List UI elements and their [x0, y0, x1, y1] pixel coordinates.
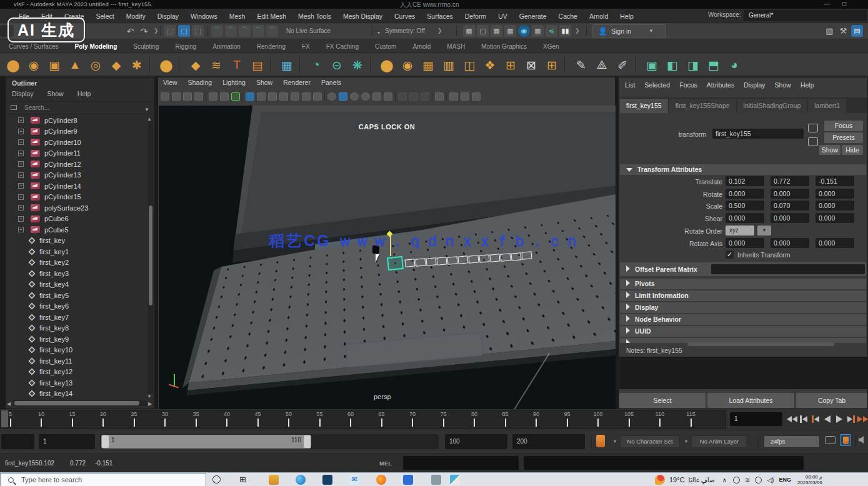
viewport-toolbar-icon[interactable] — [209, 92, 217, 101]
select-hierarchy-icon[interactable]: ⬚ — [192, 25, 204, 37]
shelf-tab[interactable]: FX — [302, 43, 310, 50]
hypershade-icon[interactable]: ◉ — [518, 25, 530, 37]
modeling-toolkit-icon[interactable]: ▧ — [824, 25, 836, 37]
viewport-menu-item[interactable]: Panels — [321, 79, 341, 86]
settings-icon[interactable] — [755, 477, 762, 484]
outliner-item[interactable]: + first_key12 — [7, 367, 146, 378]
outliner-item[interactable]: + pCube5 — [7, 224, 146, 236]
smooth-target-icon[interactable]: ⊝ — [327, 56, 346, 74]
menu-item[interactable]: Surfaces — [427, 12, 452, 20]
select-component-icon[interactable]: ⬚ — [178, 25, 190, 37]
poly-disc-icon[interactable]: ✱ — [127, 56, 146, 74]
outliner-item[interactable]: + first_key14 — [7, 389, 146, 400]
poly-cone-icon[interactable]: ▲ — [66, 56, 84, 74]
expand-icon[interactable]: + — [18, 227, 24, 232]
ae-menu-item[interactable]: Attributes — [707, 81, 734, 89]
light-editor-icon[interactable]: ▦ — [532, 25, 544, 37]
hscroll-thumb[interactable] — [14, 401, 139, 405]
ae-menu-item[interactable]: Selected — [644, 81, 670, 89]
poly-sphere-icon[interactable]: ⬤ — [4, 56, 22, 74]
expand-icon[interactable]: + — [18, 151, 24, 156]
playback-end-field[interactable]: 200 — [512, 434, 585, 449]
outliner-item[interactable]: + pCylinder9 — [7, 126, 146, 137]
ipr-render-icon[interactable]: ▦ — [491, 25, 502, 37]
rotate-order-dropdown[interactable]: xyz — [726, 226, 754, 236]
outliner-menu-item[interactable]: Show — [47, 90, 63, 97]
value-field-z[interactable]: 0.000 — [816, 189, 854, 199]
outliner-search[interactable]: Search... ▼ — [6, 101, 154, 114]
hide-button[interactable]: Hide — [842, 145, 863, 155]
viewport-toolbar-icon[interactable] — [206, 92, 206, 101]
shelf-tab[interactable]: Curves / Surfaces — [9, 43, 58, 50]
symmetry-dropdown-icon[interactable]: ▾ — [377, 30, 380, 36]
notes-field[interactable] — [619, 357, 867, 389]
uv-mode-icon[interactable]: ◕ — [725, 56, 744, 74]
volume-icon[interactable]: ◁) — [767, 477, 774, 484]
viewport-toolbar-icon[interactable] — [246, 92, 254, 101]
outliner-item[interactable]: + pCylinder8 — [7, 115, 146, 126]
poly-pyramid-icon[interactable]: ◆ — [107, 56, 126, 74]
pin-icon[interactable] — [808, 124, 818, 132]
copy-tab-button[interactable]: Copy Tab — [796, 393, 867, 408]
maximize-button[interactable]: □ — [842, 0, 846, 7]
outliner-item[interactable]: + first_key — [7, 236, 146, 247]
viewport-toolbar-icon[interactable] — [291, 92, 299, 101]
viewport-toolbar-icon[interactable] — [324, 92, 325, 101]
live-surface-label[interactable]: No Live Surface — [286, 27, 331, 34]
viewport-menu-item[interactable]: View — [163, 79, 177, 86]
expand-icon[interactable]: + — [18, 117, 24, 123]
viewport-toolbar-icon[interactable] — [361, 92, 370, 101]
viewport-toolbar-icon[interactable] — [231, 92, 240, 101]
symmetry-label[interactable]: Symmetry: Off — [385, 27, 425, 34]
shelf-icon[interactable] — [179, 57, 183, 73]
viewport-menu-item[interactable]: Show — [256, 79, 272, 86]
menu-item[interactable]: UV — [498, 12, 507, 20]
viewport-toolbar-icon[interactable] — [395, 92, 396, 101]
vertex-mode-icon[interactable]: ◧ — [663, 56, 682, 74]
presets-button[interactable]: Presets — [824, 132, 863, 143]
fps-selector[interactable]: 24fps — [764, 435, 820, 448]
outliner-item[interactable]: + pCylinder13 — [7, 170, 146, 181]
outliner-item[interactable]: + pCube6 — [7, 214, 146, 225]
create-polygon-icon[interactable]: ◆ — [186, 56, 205, 74]
expand-icon[interactable]: + — [18, 216, 24, 222]
object-mode-icon[interactable]: ▣ — [642, 56, 661, 74]
outliner-item[interactable]: + pCylinder12 — [7, 159, 146, 170]
dropdown-icon[interactable]: ▾ — [614, 439, 616, 444]
shelf-tab[interactable]: XGen — [543, 43, 559, 50]
mail-app-icon[interactable]: ✉ — [349, 475, 359, 485]
shelf-icon[interactable] — [635, 57, 639, 73]
snap-grid-icon[interactable]: ⌒ — [211, 25, 223, 37]
viewport-toolbar-icon[interactable] — [398, 92, 407, 101]
sculpt-pen-icon[interactable]: ✐ — [613, 56, 632, 74]
expand-icon[interactable]: + — [18, 194, 24, 200]
tray-date[interactable]: 2023/03/06 — [797, 480, 822, 485]
ae-menu-item[interactable]: List — [625, 81, 635, 89]
range-slider[interactable]: 1 110 — [101, 435, 311, 449]
shelf-tab[interactable]: Rigging — [175, 43, 196, 50]
expand-icon[interactable]: + — [18, 183, 24, 189]
value-field-x[interactable]: 0.000 — [726, 213, 764, 223]
list-mode-icon[interactable] — [808, 137, 818, 146]
outliner-item[interactable]: + first_key5 — [7, 290, 146, 301]
value-field-z[interactable]: -0.151 — [816, 176, 854, 186]
current-frame-field[interactable]: 1 — [730, 412, 782, 426]
outliner-menu-item[interactable]: Help — [77, 90, 91, 97]
value-field-y[interactable]: 0.772 — [771, 176, 809, 186]
dropdown-icon[interactable]: ▼ — [757, 226, 771, 236]
playback-start-field[interactable]: 100 — [445, 434, 507, 449]
value-field-x[interactable]: 0.102 — [726, 176, 764, 186]
viewport-toolbar-icon[interactable] — [432, 92, 432, 101]
sweep-mesh-icon[interactable]: ≋ — [207, 56, 226, 74]
step-forward-key-button[interactable] — [846, 412, 856, 426]
minimize-button[interactable]: — — [824, 0, 830, 7]
collapsed-section[interactable]: UUID — [620, 326, 866, 337]
menu-item[interactable]: Windows — [191, 12, 217, 20]
viewport-toolbar-icon[interactable] — [339, 92, 347, 101]
snap-point-icon[interactable]: ⌒ — [239, 25, 251, 37]
value-field-y[interactable]: 0.070 — [771, 201, 809, 211]
viewport-toolbar-icon[interactable] — [302, 92, 311, 101]
menu-item[interactable]: Deform — [465, 12, 486, 20]
character-key-icon[interactable] — [596, 435, 605, 447]
outliner-item[interactable]: + first_key8 — [7, 323, 146, 334]
